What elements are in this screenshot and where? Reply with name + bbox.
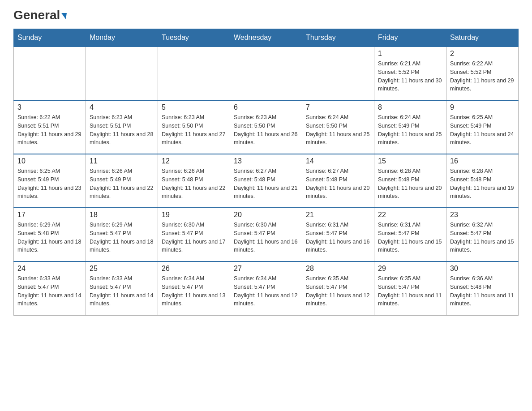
day-info: Sunrise: 6:23 AMSunset: 5:51 PMDaylight:… xyxy=(90,113,154,147)
calendar-cell: 16Sunrise: 6:28 AMSunset: 5:48 PMDayligh… xyxy=(446,154,519,208)
day-info: Sunrise: 6:24 AMSunset: 5:50 PMDaylight:… xyxy=(306,113,370,147)
day-info: Sunrise: 6:29 AMSunset: 5:48 PMDaylight:… xyxy=(17,221,82,254)
weekday-header-thursday: Thursday xyxy=(302,29,374,47)
day-number: 7 xyxy=(306,103,370,111)
calendar-cell: 14Sunrise: 6:27 AMSunset: 5:48 PMDayligh… xyxy=(302,154,374,208)
calendar-cell: 28Sunrise: 6:35 AMSunset: 5:47 PMDayligh… xyxy=(302,261,374,315)
week-row-5: 24Sunrise: 6:33 AMSunset: 5:47 PMDayligh… xyxy=(14,261,519,315)
day-info: Sunrise: 6:27 AMSunset: 5:48 PMDaylight:… xyxy=(306,167,370,201)
day-number: 22 xyxy=(378,211,442,219)
day-info: Sunrise: 6:25 AMSunset: 5:49 PMDaylight:… xyxy=(17,167,82,201)
day-info: Sunrise: 6:22 AMSunset: 5:51 PMDaylight:… xyxy=(17,113,82,147)
day-number: 20 xyxy=(234,211,298,219)
day-info: Sunrise: 6:23 AMSunset: 5:50 PMDaylight:… xyxy=(162,113,226,147)
day-number: 30 xyxy=(450,265,515,273)
weekday-header-friday: Friday xyxy=(374,29,446,47)
weekday-header-wednesday: Wednesday xyxy=(230,29,302,47)
weekday-header-row: SundayMondayTuesdayWednesdayThursdayFrid… xyxy=(14,29,519,47)
day-number: 13 xyxy=(234,157,298,165)
day-number: 21 xyxy=(306,211,370,219)
week-row-1: 1Sunrise: 6:21 AMSunset: 5:52 PMDaylight… xyxy=(14,47,519,100)
day-number: 27 xyxy=(234,265,298,273)
day-info: Sunrise: 6:33 AMSunset: 5:47 PMDaylight:… xyxy=(17,274,82,308)
day-info: Sunrise: 6:26 AMSunset: 5:49 PMDaylight:… xyxy=(90,167,154,201)
weekday-header-monday: Monday xyxy=(86,29,158,47)
day-number: 25 xyxy=(90,265,154,273)
day-info: Sunrise: 6:27 AMSunset: 5:48 PMDaylight:… xyxy=(234,167,298,201)
logo-text-line1: General xyxy=(13,9,67,21)
calendar-cell: 2Sunrise: 6:22 AMSunset: 5:52 PMDaylight… xyxy=(446,47,519,100)
day-info: Sunrise: 6:36 AMSunset: 5:48 PMDaylight:… xyxy=(450,274,515,308)
day-info: Sunrise: 6:34 AMSunset: 5:47 PMDaylight:… xyxy=(162,274,226,308)
day-number: 8 xyxy=(378,103,442,111)
day-number: 9 xyxy=(450,103,515,111)
calendar-cell: 7Sunrise: 6:24 AMSunset: 5:50 PMDaylight… xyxy=(302,100,374,154)
calendar-cell: 21Sunrise: 6:31 AMSunset: 5:47 PMDayligh… xyxy=(302,208,374,261)
day-info: Sunrise: 6:28 AMSunset: 5:48 PMDaylight:… xyxy=(378,167,442,201)
calendar-cell: 6Sunrise: 6:23 AMSunset: 5:50 PMDaylight… xyxy=(230,100,302,154)
day-info: Sunrise: 6:35 AMSunset: 5:47 PMDaylight:… xyxy=(306,274,370,308)
calendar-cell: 24Sunrise: 6:33 AMSunset: 5:47 PMDayligh… xyxy=(14,261,86,315)
calendar-cell: 12Sunrise: 6:26 AMSunset: 5:48 PMDayligh… xyxy=(158,154,230,208)
calendar-cell: 17Sunrise: 6:29 AMSunset: 5:48 PMDayligh… xyxy=(14,208,86,261)
day-number: 19 xyxy=(162,211,226,219)
calendar-cell xyxy=(158,47,230,100)
day-number: 26 xyxy=(162,265,226,273)
calendar-cell xyxy=(86,47,158,100)
logo: General xyxy=(13,9,67,20)
calendar-cell: 11Sunrise: 6:26 AMSunset: 5:49 PMDayligh… xyxy=(86,154,158,208)
weekday-header-tuesday: Tuesday xyxy=(158,29,230,47)
week-row-4: 17Sunrise: 6:29 AMSunset: 5:48 PMDayligh… xyxy=(14,208,519,261)
calendar-cell: 18Sunrise: 6:29 AMSunset: 5:47 PMDayligh… xyxy=(86,208,158,261)
day-number: 5 xyxy=(162,103,226,111)
day-number: 28 xyxy=(306,265,370,273)
calendar-cell xyxy=(14,47,86,100)
calendar-cell: 23Sunrise: 6:32 AMSunset: 5:47 PMDayligh… xyxy=(446,208,519,261)
day-number: 2 xyxy=(450,50,515,58)
day-info: Sunrise: 6:32 AMSunset: 5:47 PMDaylight:… xyxy=(450,221,515,254)
day-number: 16 xyxy=(450,157,515,165)
day-number: 4 xyxy=(90,103,154,111)
day-number: 3 xyxy=(17,103,82,111)
calendar-cell: 15Sunrise: 6:28 AMSunset: 5:48 PMDayligh… xyxy=(374,154,446,208)
day-number: 15 xyxy=(378,157,442,165)
calendar-cell: 26Sunrise: 6:34 AMSunset: 5:47 PMDayligh… xyxy=(158,261,230,315)
weekday-header-sunday: Sunday xyxy=(14,29,86,47)
calendar-cell: 3Sunrise: 6:22 AMSunset: 5:51 PMDaylight… xyxy=(14,100,86,154)
day-number: 14 xyxy=(306,157,370,165)
day-number: 6 xyxy=(234,103,298,111)
calendar-cell: 8Sunrise: 6:24 AMSunset: 5:49 PMDaylight… xyxy=(374,100,446,154)
day-info: Sunrise: 6:33 AMSunset: 5:47 PMDaylight:… xyxy=(90,274,154,308)
calendar-cell xyxy=(230,47,302,100)
day-number: 23 xyxy=(450,211,515,219)
calendar-cell: 4Sunrise: 6:23 AMSunset: 5:51 PMDaylight… xyxy=(86,100,158,154)
calendar-cell: 22Sunrise: 6:31 AMSunset: 5:47 PMDayligh… xyxy=(374,208,446,261)
day-number: 24 xyxy=(17,265,82,273)
day-number: 29 xyxy=(378,265,442,273)
day-number: 17 xyxy=(17,211,82,219)
day-info: Sunrise: 6:29 AMSunset: 5:47 PMDaylight:… xyxy=(90,221,154,254)
calendar-cell: 27Sunrise: 6:34 AMSunset: 5:47 PMDayligh… xyxy=(230,261,302,315)
weekday-header-saturday: Saturday xyxy=(446,29,519,47)
calendar-cell xyxy=(302,47,374,100)
calendar-cell: 13Sunrise: 6:27 AMSunset: 5:48 PMDayligh… xyxy=(230,154,302,208)
calendar-cell: 30Sunrise: 6:36 AMSunset: 5:48 PMDayligh… xyxy=(446,261,519,315)
day-info: Sunrise: 6:25 AMSunset: 5:49 PMDaylight:… xyxy=(450,113,515,147)
day-info: Sunrise: 6:35 AMSunset: 5:47 PMDaylight:… xyxy=(378,274,442,308)
calendar-table: SundayMondayTuesdayWednesdayThursdayFrid… xyxy=(13,29,519,316)
day-info: Sunrise: 6:22 AMSunset: 5:52 PMDaylight:… xyxy=(450,60,515,93)
day-info: Sunrise: 6:30 AMSunset: 5:47 PMDaylight:… xyxy=(162,221,226,254)
week-row-2: 3Sunrise: 6:22 AMSunset: 5:51 PMDaylight… xyxy=(14,100,519,154)
day-info: Sunrise: 6:34 AMSunset: 5:47 PMDaylight:… xyxy=(234,274,298,308)
calendar-cell: 20Sunrise: 6:30 AMSunset: 5:47 PMDayligh… xyxy=(230,208,302,261)
day-info: Sunrise: 6:23 AMSunset: 5:50 PMDaylight:… xyxy=(234,113,298,147)
day-info: Sunrise: 6:24 AMSunset: 5:49 PMDaylight:… xyxy=(378,113,442,147)
calendar-cell: 5Sunrise: 6:23 AMSunset: 5:50 PMDaylight… xyxy=(158,100,230,154)
day-number: 12 xyxy=(162,157,226,165)
day-number: 18 xyxy=(90,211,154,219)
day-info: Sunrise: 6:26 AMSunset: 5:48 PMDaylight:… xyxy=(162,167,226,201)
day-info: Sunrise: 6:31 AMSunset: 5:47 PMDaylight:… xyxy=(378,221,442,254)
calendar-cell: 10Sunrise: 6:25 AMSunset: 5:49 PMDayligh… xyxy=(14,154,86,208)
day-info: Sunrise: 6:30 AMSunset: 5:47 PMDaylight:… xyxy=(234,221,298,254)
page-header: General xyxy=(13,9,519,20)
